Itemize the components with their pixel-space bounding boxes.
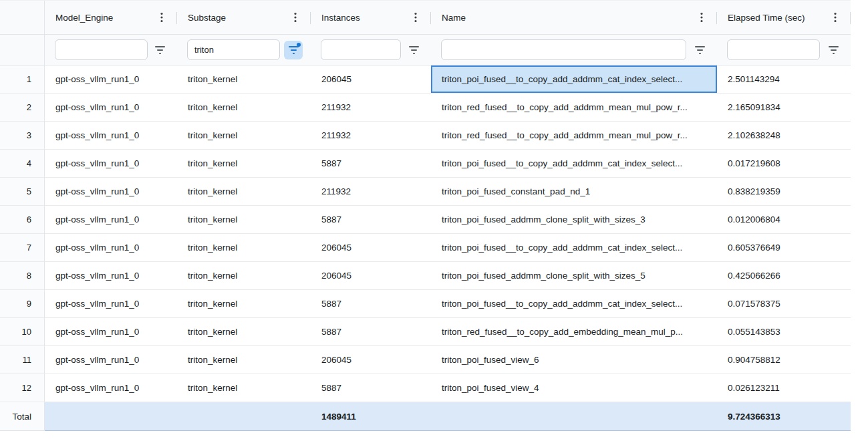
- column-label: Elapsed Time (sec): [728, 13, 805, 23]
- cell-substage[interactable]: triton_kernel: [177, 65, 311, 94]
- cell-instances[interactable]: 211932: [311, 94, 431, 122]
- cell-substage[interactable]: triton_kernel: [177, 318, 311, 346]
- table-row: 7 gpt-oss_vllm_run1_0 triton_kernel 2060…: [0, 234, 851, 262]
- cell-model-engine[interactable]: gpt-oss_vllm_run1_0: [45, 262, 177, 290]
- cell-model-engine[interactable]: gpt-oss_vllm_run1_0: [45, 374, 177, 402]
- cell-model-engine[interactable]: gpt-oss_vllm_run1_0: [45, 346, 177, 374]
- cell-substage[interactable]: triton_kernel: [177, 206, 311, 234]
- cell-instances[interactable]: 211932: [311, 122, 431, 150]
- cell-instances[interactable]: 5887: [311, 150, 431, 178]
- cell-instances[interactable]: 206045: [311, 262, 431, 290]
- cell-instances[interactable]: 5887: [311, 290, 431, 318]
- filter-input-substage[interactable]: [187, 39, 280, 60]
- filter-input-model-engine[interactable]: [55, 39, 148, 60]
- row-number: 5: [0, 178, 45, 206]
- cell-elapsed[interactable]: 0.071578375: [717, 290, 851, 318]
- filter-icon-active[interactable]: [284, 41, 303, 59]
- cell-elapsed[interactable]: 0.017219608: [717, 150, 851, 178]
- column-menu-icon[interactable]: [289, 10, 301, 25]
- cell-substage[interactable]: triton_kernel: [177, 234, 311, 262]
- cell-name[interactable]: triton_poi_fused__to_copy_add_addmm_cat_…: [431, 150, 717, 178]
- filter-icon[interactable]: [824, 41, 843, 59]
- column-menu-icon[interactable]: [696, 10, 708, 25]
- cell-substage[interactable]: triton_kernel: [177, 122, 311, 150]
- column-label: Model_Engine: [55, 13, 113, 23]
- column-header-instances[interactable]: Instances: [311, 1, 431, 35]
- total-cell-name: [431, 402, 717, 431]
- cell-substage[interactable]: triton_kernel: [177, 290, 311, 318]
- cell-elapsed[interactable]: 0.605376649: [717, 234, 851, 262]
- cell-instances[interactable]: 206045: [311, 346, 431, 374]
- cell-elapsed[interactable]: 0.838219359: [717, 178, 851, 206]
- filter-cell-substage: [177, 35, 311, 65]
- cell-name[interactable]: triton_poi_fused_view_4: [431, 374, 717, 402]
- column-menu-icon[interactable]: [156, 10, 168, 25]
- filter-icon[interactable]: [404, 41, 423, 59]
- row-number-header: [0, 1, 45, 35]
- cell-substage[interactable]: triton_kernel: [177, 346, 311, 374]
- column-menu-icon[interactable]: [829, 10, 841, 25]
- row-number: 6: [0, 206, 45, 234]
- cell-model-engine[interactable]: gpt-oss_vllm_run1_0: [45, 318, 177, 346]
- cell-name[interactable]: triton_poi_fused_addmm_clone_split_with_…: [431, 262, 717, 290]
- cell-instances[interactable]: 5887: [311, 374, 431, 402]
- cell-substage[interactable]: triton_kernel: [177, 262, 311, 290]
- column-label: Instances: [321, 13, 360, 23]
- filter-input-elapsed-time[interactable]: [727, 39, 820, 60]
- column-header-model-engine[interactable]: Model_Engine: [45, 1, 177, 35]
- cell-elapsed[interactable]: 0.055143853: [717, 318, 851, 346]
- filter-cell-elapsed-time: [717, 35, 851, 65]
- cell-instances[interactable]: 206045: [311, 65, 431, 94]
- cell-model-engine[interactable]: gpt-oss_vllm_run1_0: [45, 94, 177, 122]
- total-label: Total: [0, 402, 45, 431]
- cell-instances[interactable]: 211932: [311, 178, 431, 206]
- cell-elapsed[interactable]: 0.012006804: [717, 206, 851, 234]
- column-header-substage[interactable]: Substage: [177, 1, 311, 35]
- row-number: 2: [0, 94, 45, 122]
- table-row: 8 gpt-oss_vllm_run1_0 triton_kernel 2060…: [0, 262, 851, 290]
- cell-name[interactable]: triton_red_fused__to_copy_add_addmm_mean…: [431, 94, 717, 122]
- cell-substage[interactable]: triton_kernel: [177, 94, 311, 122]
- column-menu-icon[interactable]: [410, 10, 422, 25]
- total-row: Total 1489411 9.724366313: [0, 402, 851, 431]
- row-number: 4: [0, 150, 45, 178]
- cell-model-engine[interactable]: gpt-oss_vllm_run1_0: [45, 122, 177, 150]
- cell-instances[interactable]: 5887: [311, 206, 431, 234]
- row-number: 3: [0, 122, 45, 150]
- cell-instances[interactable]: 5887: [311, 318, 431, 346]
- cell-name[interactable]: triton_red_fused__to_copy_add_addmm_mean…: [431, 122, 717, 150]
- cell-name[interactable]: triton_poi_fused__to_copy_add_addmm_cat_…: [431, 290, 717, 318]
- cell-name[interactable]: triton_poi_fused_addmm_clone_split_with_…: [431, 206, 717, 234]
- filter-icon[interactable]: [690, 41, 709, 59]
- cell-instances[interactable]: 206045: [311, 234, 431, 262]
- cell-name[interactable]: triton_poi_fused__to_copy_add_addmm_cat_…: [431, 234, 717, 262]
- cell-elapsed[interactable]: 0.904758812: [717, 346, 851, 374]
- cell-substage[interactable]: triton_kernel: [177, 150, 311, 178]
- cell-model-engine[interactable]: gpt-oss_vllm_run1_0: [45, 65, 177, 94]
- total-cell-substage: [177, 402, 311, 431]
- cell-model-engine[interactable]: gpt-oss_vllm_run1_0: [45, 206, 177, 234]
- cell-model-engine[interactable]: gpt-oss_vllm_run1_0: [45, 178, 177, 206]
- column-header-name[interactable]: Name: [431, 1, 717, 35]
- cell-model-engine[interactable]: gpt-oss_vllm_run1_0: [45, 150, 177, 178]
- cell-name-selected[interactable]: triton_poi_fused__to_copy_add_addmm_cat_…: [431, 65, 717, 94]
- cell-model-engine[interactable]: gpt-oss_vllm_run1_0: [45, 234, 177, 262]
- filter-cell-model-engine: [45, 35, 177, 65]
- cell-elapsed[interactable]: 0.425066266: [717, 262, 851, 290]
- cell-substage[interactable]: triton_kernel: [177, 178, 311, 206]
- column-header-row: Model_Engine Substage Instances Name Ela: [0, 0, 851, 35]
- cell-elapsed[interactable]: 2.165091834: [717, 94, 851, 122]
- cell-elapsed[interactable]: 2.102638248: [717, 122, 851, 150]
- filter-input-name[interactable]: [441, 39, 686, 60]
- cell-elapsed[interactable]: 2.501143294: [717, 65, 851, 94]
- cell-substage[interactable]: triton_kernel: [177, 374, 311, 402]
- cell-name[interactable]: triton_red_fused__to_copy_add_embedding_…: [431, 318, 717, 346]
- cell-name[interactable]: triton_poi_fused_constant_pad_nd_1: [431, 178, 717, 206]
- column-header-elapsed-time[interactable]: Elapsed Time (sec): [717, 1, 851, 35]
- total-instances-value: 1489411: [311, 402, 431, 431]
- cell-model-engine[interactable]: gpt-oss_vllm_run1_0: [45, 290, 177, 318]
- filter-icon[interactable]: [150, 41, 169, 59]
- filter-input-instances[interactable]: [321, 39, 401, 60]
- cell-name[interactable]: triton_poi_fused_view_6: [431, 346, 717, 374]
- cell-elapsed[interactable]: 0.026123211: [717, 374, 851, 402]
